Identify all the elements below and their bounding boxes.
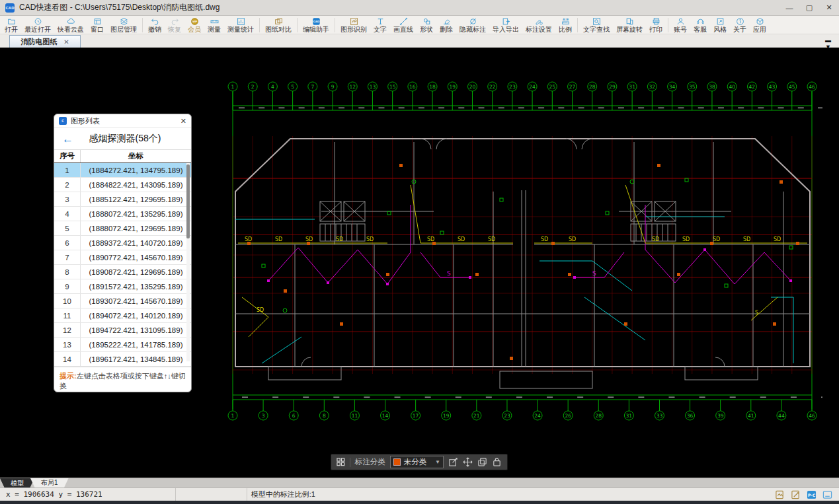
tab-layout1[interactable]: 布局1 (30, 478, 69, 488)
svg-text:31: 31 (629, 84, 635, 90)
svg-text:39: 39 (717, 413, 724, 419)
toolbar-support-button[interactable]: 客服 (690, 16, 710, 34)
svg-text:2: 2 (251, 84, 255, 90)
table-row[interactable]: 8(1890872.421, 129695.189) (54, 265, 191, 279)
toolbar-vip-button[interactable]: VIP会员 (184, 16, 204, 34)
toolbar-drawing-compare-button[interactable]: 图纸对比 (262, 16, 295, 34)
building-outline (235, 139, 810, 367)
svg-text:28: 28 (589, 84, 596, 90)
panel-logo-icon: C (59, 117, 67, 125)
paste-lock-icon[interactable] (492, 457, 502, 467)
toolbar-cloud-button[interactable]: 快看云盘 (54, 16, 87, 34)
svg-text:SD: SD (275, 236, 282, 242)
close-button[interactable]: ✕ (819, 0, 839, 16)
export-pdf-icon[interactable] (791, 490, 801, 499)
svg-text:26: 26 (565, 413, 571, 419)
toolbar-apps-button[interactable]: 应用 (750, 16, 770, 34)
pc-sync-icon[interactable]: P·C (807, 490, 817, 499)
svg-text:SD: SD (257, 307, 264, 313)
undo-icon (151, 17, 159, 26)
toolbar-layer-manager-button[interactable]: 图层管理 (107, 16, 140, 34)
style-icon (716, 17, 725, 26)
svg-text:25: 25 (549, 84, 556, 90)
toolbar-redo-button[interactable]: 恢复 (165, 16, 184, 34)
edit-annotation-icon[interactable] (448, 457, 458, 467)
svg-text:SD: SD (713, 236, 720, 242)
toolbar-hide-annotation-button[interactable]: 隐藏标注 (456, 16, 489, 34)
move-icon[interactable] (463, 457, 473, 467)
toolbar-scale-button[interactable]: A:B比例 (555, 16, 575, 34)
toolbar-shapes-button[interactable]: 形状 (417, 16, 436, 34)
drawing-canvas[interactable]: S S SDSDSD SDSD SDSDSD SDSD SDSDSD SDSD … (0, 48, 839, 478)
svg-text:38: 38 (709, 84, 715, 90)
tab-close-icon[interactable]: ✕ (63, 38, 69, 46)
title-bar: CAD CAD快速看图 - C:\Users\75175\Desktop\消防电… (0, 0, 839, 16)
svg-text:SD: SD (366, 236, 374, 242)
toolbar-edit-assistant-button[interactable]: CAD编辑助手 (300, 16, 333, 34)
toolbar-recent-open-button[interactable]: 最近打开 (21, 16, 54, 34)
toolbar-annotation-settings-button[interactable]: 标注设置 (522, 16, 555, 34)
table-row[interactable]: 7(1890772.421, 145670.189) (54, 250, 191, 265)
toolbar-open-button[interactable]: 打开 (1, 16, 21, 34)
classify-color-swatch (393, 458, 401, 466)
copy-icon[interactable] (477, 457, 487, 467)
toolbar-style-button[interactable]: 风格 (710, 16, 730, 34)
panel-scrollbar[interactable] (186, 163, 190, 361)
apps-icon (756, 17, 764, 26)
table-row[interactable]: 2(1884822.421, 143095.189) (54, 178, 191, 192)
svg-text:15: 15 (389, 84, 396, 90)
table-row[interactable]: 13(1895222.421, 141785.189) (54, 338, 191, 352)
table-row[interactable]: 1(1884272.421, 134795.189) (54, 163, 191, 178)
classify-grid-icon[interactable] (337, 458, 345, 466)
toolbar-text-button[interactable]: 文字 (370, 16, 390, 34)
toolbar-print-button[interactable]: 打印 (646, 16, 666, 34)
panel-close-icon[interactable]: ✕ (180, 117, 186, 126)
svg-text:SD: SD (458, 236, 465, 242)
table-row[interactable]: 4(1888072.421, 135295.189) (54, 207, 191, 221)
toolbar-measure-button[interactable]: 测量 (204, 16, 224, 34)
svg-text:35: 35 (689, 84, 696, 90)
classify-dropdown[interactable]: 未分类 ▼ (390, 456, 444, 468)
toolbar-delete-button[interactable]: 删除 (436, 16, 456, 34)
maximize-button[interactable]: ▢ (799, 0, 819, 16)
svg-text:34: 34 (669, 84, 676, 90)
toolbar-shape-recognition-button[interactable]: 图形识别 (337, 16, 370, 34)
classify-label: 标注分类 (355, 457, 385, 467)
recognize-icon (350, 17, 358, 26)
svg-text:36: 36 (687, 413, 694, 419)
tab-label: 消防电图纸 (20, 37, 57, 47)
toolbar-measure-stats-button[interactable]: 测量统计 (224, 16, 257, 34)
toolbar-import-export-button[interactable]: 导入导出 (489, 16, 522, 34)
tab-fire-drawing[interactable]: 消防电图纸 ✕ (9, 35, 81, 48)
orange-devices (247, 164, 799, 360)
table-row[interactable]: 10(1893072.421, 145670.189) (54, 294, 191, 308)
table-row[interactable]: 6(1889372.421, 140720.189) (54, 236, 191, 250)
window-mode-icon[interactable] (822, 490, 832, 499)
svg-text:24: 24 (534, 413, 541, 419)
toolbar-separator (577, 18, 578, 32)
table-row[interactable]: 5(1888072.421, 129695.189) (54, 221, 191, 236)
svg-text:20: 20 (469, 84, 476, 90)
toolbar-account-button[interactable]: 账号 (670, 16, 690, 34)
toolbar-window-button[interactable]: 窗口 (87, 16, 107, 34)
hint-text: 左键点击表格项或按下键盘↑↓键切换 (60, 372, 186, 390)
table-row[interactable]: 11(1894072.421, 140120.189) (54, 308, 191, 323)
tab-model[interactable]: 模型 (0, 478, 34, 488)
table-row[interactable]: 12(1894722.421, 131095.189) (54, 323, 191, 338)
export-image-icon[interactable] (775, 490, 785, 499)
svg-text:23: 23 (504, 413, 510, 419)
table-row[interactable]: 3(1885122.421, 129695.189) (54, 192, 191, 207)
table-row[interactable]: 14(1896172.421, 134845.189) (54, 352, 191, 367)
svg-text:1: 1 (231, 84, 235, 90)
toolbar-undo-button[interactable]: 撤销 (145, 16, 165, 34)
toolbar-screen-rotate-button[interactable]: 屏幕旋转 (613, 16, 646, 34)
back-arrow-icon[interactable]: ← (54, 133, 81, 145)
svg-text:46: 46 (809, 84, 815, 90)
toolbar-draw-line-button[interactable]: 画直线 (390, 16, 417, 34)
panel-header: ← 感烟探测器(58个) (54, 128, 191, 149)
minimize-button[interactable]: — (779, 0, 799, 16)
table-row[interactable]: 9(1891572.421, 135295.189) (54, 279, 191, 294)
toolbar-about-button[interactable]: 关于 (730, 16, 750, 34)
print-icon (652, 17, 660, 26)
toolbar-text-search-button[interactable]: 文字查找 (580, 16, 613, 34)
